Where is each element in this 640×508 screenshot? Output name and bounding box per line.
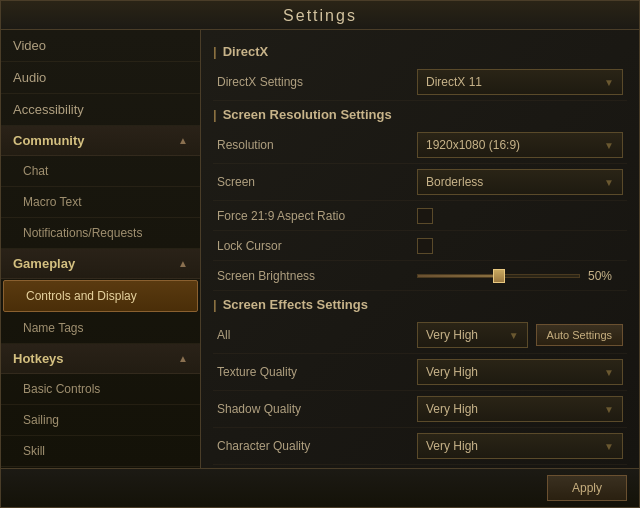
label-brightness: Screen Brightness	[217, 269, 417, 283]
sidebar-label-skill: Skill	[23, 444, 45, 458]
sidebar-item-chat[interactable]: Chat	[1, 156, 200, 187]
select-all-quality[interactable]: Very High ▼	[417, 322, 528, 348]
control-lock-cursor	[417, 238, 623, 254]
window-title: Settings	[1, 1, 639, 30]
select-texture-quality[interactable]: Very High ▼	[417, 359, 623, 385]
dropdown-arrow-character-icon: ▼	[604, 441, 614, 452]
brightness-slider-thumb[interactable]	[493, 269, 505, 283]
dropdown-arrow-texture-icon: ▼	[604, 367, 614, 378]
select-character-quality[interactable]: Very High ▼	[417, 433, 623, 459]
row-shadow-quality: Shadow Quality Very High ▼	[213, 391, 627, 428]
chevron-up-icon: ▲	[178, 135, 188, 146]
sidebar-label-accessibility: Accessibility	[13, 102, 84, 117]
select-screen[interactable]: Borderless ▼	[417, 169, 623, 195]
sidebar-label-name-tags: Name Tags	[23, 321, 83, 335]
sidebar-item-gameplay[interactable]: Gameplay ▲	[1, 249, 200, 279]
sidebar-item-notifications[interactable]: Notifications/Requests	[1, 218, 200, 249]
control-screen: Borderless ▼	[417, 169, 623, 195]
select-texture-quality-value: Very High	[426, 365, 478, 379]
sidebar-item-community[interactable]: Community ▲	[1, 126, 200, 156]
select-shadow-quality-value: Very High	[426, 402, 478, 416]
sidebar-label-hotkeys: Hotkeys	[13, 351, 64, 366]
sidebar: Video Audio Accessibility Community ▲ Ch…	[1, 30, 201, 468]
sidebar-item-audio[interactable]: Audio	[1, 62, 200, 94]
sidebar-item-macro-text[interactable]: Macro Text	[1, 187, 200, 218]
sidebar-item-name-tags[interactable]: Name Tags	[1, 313, 200, 344]
select-directx[interactable]: DirectX 11 ▼	[417, 69, 623, 95]
select-resolution-value: 1920x1080 (16:9)	[426, 138, 520, 152]
section-resolution-header: Screen Resolution Settings	[213, 101, 627, 127]
sidebar-label-gameplay: Gameplay	[13, 256, 75, 271]
sidebar-item-basic-controls[interactable]: Basic Controls	[1, 374, 200, 405]
label-screen: Screen	[217, 175, 417, 189]
section-effects-header: Screen Effects Settings	[213, 291, 627, 317]
chevron-up-icon-gameplay: ▲	[178, 258, 188, 269]
sidebar-label-audio: Audio	[13, 70, 46, 85]
row-brightness: Screen Brightness 50%	[213, 261, 627, 291]
bottom-bar: Apply	[1, 468, 639, 507]
checkbox-aspect-ratio[interactable]	[417, 208, 433, 224]
dropdown-arrow-icon: ▼	[604, 77, 614, 88]
sidebar-label-video: Video	[13, 38, 46, 53]
sidebar-label-controls-display: Controls and Display	[26, 289, 137, 303]
row-resolution: Resolution 1920x1080 (16:9) ▼	[213, 127, 627, 164]
dropdown-arrow-screen-icon: ▼	[604, 177, 614, 188]
sidebar-item-skill[interactable]: Skill	[1, 436, 200, 467]
control-brightness: 50%	[417, 269, 623, 283]
dropdown-arrow-resolution-icon: ▼	[604, 140, 614, 151]
control-character-quality: Very High ▼	[417, 433, 623, 459]
sidebar-label-sailing: Sailing	[23, 413, 59, 427]
label-shadow-quality: Shadow Quality	[217, 402, 417, 416]
sidebar-item-accessibility[interactable]: Accessibility	[1, 94, 200, 126]
row-lock-cursor: Lock Cursor	[213, 231, 627, 261]
label-all-quality: All	[217, 328, 417, 342]
checkbox-lock-cursor[interactable]	[417, 238, 433, 254]
sidebar-item-hotkeys[interactable]: Hotkeys ▲	[1, 344, 200, 374]
label-lock-cursor: Lock Cursor	[217, 239, 417, 253]
settings-window: Settings Video Audio Accessibility Commu…	[0, 0, 640, 508]
control-texture-quality: Very High ▼	[417, 359, 623, 385]
main-content: Video Audio Accessibility Community ▲ Ch…	[1, 30, 639, 468]
apply-button[interactable]: Apply	[547, 475, 627, 501]
brightness-slider-fill	[418, 275, 499, 277]
sidebar-label-macro-text: Macro Text	[23, 195, 81, 209]
control-shadow-quality: Very High ▼	[417, 396, 623, 422]
label-texture-quality: Texture Quality	[217, 365, 417, 379]
brightness-slider-value: 50%	[588, 269, 623, 283]
select-all-quality-value: Very High	[426, 328, 478, 342]
label-character-quality: Character Quality	[217, 439, 417, 453]
chevron-up-icon-hotkeys: ▲	[178, 353, 188, 364]
row-texture-quality: Texture Quality Very High ▼	[213, 354, 627, 391]
section-directx-header: DirectX	[213, 38, 627, 64]
row-directx-settings: DirectX Settings DirectX 11 ▼	[213, 64, 627, 101]
control-resolution: 1920x1080 (16:9) ▼	[417, 132, 623, 158]
control-all-quality: Very High ▼ Auto Settings	[417, 322, 623, 348]
row-all-quality: All Very High ▼ Auto Settings	[213, 317, 627, 354]
sidebar-label-community: Community	[13, 133, 85, 148]
sidebar-item-video[interactable]: Video	[1, 30, 200, 62]
control-aspect-ratio	[417, 208, 623, 224]
select-directx-value: DirectX 11	[426, 75, 482, 89]
select-screen-value: Borderless	[426, 175, 483, 189]
sidebar-label-basic-controls: Basic Controls	[23, 382, 100, 396]
label-resolution: Resolution	[217, 138, 417, 152]
row-character-quality: Character Quality Very High ▼	[213, 428, 627, 465]
sidebar-item-sailing[interactable]: Sailing	[1, 405, 200, 436]
right-panel: DirectX DirectX Settings DirectX 11 ▼ Sc…	[201, 30, 639, 468]
sidebar-label-notifications: Notifications/Requests	[23, 226, 142, 240]
sidebar-label-chat: Chat	[23, 164, 48, 178]
label-directx-settings: DirectX Settings	[217, 75, 417, 89]
select-resolution[interactable]: 1920x1080 (16:9) ▼	[417, 132, 623, 158]
brightness-slider-track[interactable]	[417, 274, 580, 278]
row-aspect-ratio: Force 21:9 Aspect Ratio	[213, 201, 627, 231]
dropdown-arrow-shadow-icon: ▼	[604, 404, 614, 415]
row-screen: Screen Borderless ▼	[213, 164, 627, 201]
select-character-quality-value: Very High	[426, 439, 478, 453]
select-shadow-quality[interactable]: Very High ▼	[417, 396, 623, 422]
dropdown-arrow-all-icon: ▼	[509, 330, 519, 341]
control-directx-settings: DirectX 11 ▼	[417, 69, 623, 95]
brightness-slider-container: 50%	[417, 269, 623, 283]
auto-settings-button[interactable]: Auto Settings	[536, 324, 623, 346]
label-aspect-ratio: Force 21:9 Aspect Ratio	[217, 209, 417, 223]
sidebar-item-controls-display[interactable]: Controls and Display	[3, 280, 198, 312]
